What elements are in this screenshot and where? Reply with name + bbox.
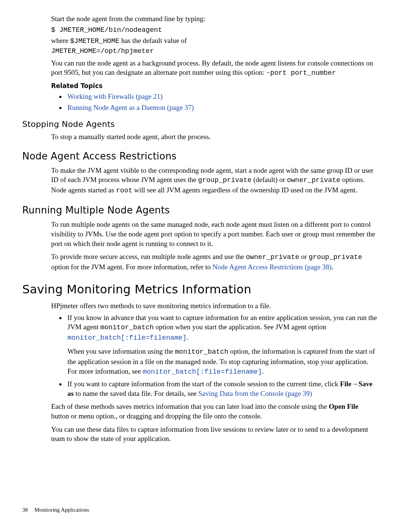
text: . bbox=[187, 333, 189, 341]
arrow-icon: → bbox=[351, 380, 359, 388]
inline-code: root bbox=[116, 187, 132, 195]
inline-code: monitor_batch bbox=[100, 324, 154, 331]
list-item: Running Node Agent as a Daemon (page 37) bbox=[66, 103, 378, 112]
text: To provide more secure access, run multi… bbox=[51, 253, 246, 260]
paragraph: You can use these data files to capture … bbox=[51, 425, 378, 444]
paragraph: where $JMETER_HOME has the default value… bbox=[51, 36, 378, 46]
list-item: Working with Firewalls (page 21) bbox=[66, 92, 378, 101]
inline-code: owner_private bbox=[287, 176, 340, 184]
text: option for the JVM agent. For more infor… bbox=[51, 263, 213, 271]
text: If you want to capture information from … bbox=[67, 380, 340, 388]
link-firewalls[interactable]: Working with Firewalls (page 21) bbox=[67, 92, 163, 100]
inline-code: group_private bbox=[198, 176, 251, 184]
text: (default) or bbox=[251, 176, 287, 183]
code-line: JMETER_HOME=/opt/hpjmeter bbox=[51, 47, 378, 56]
paragraph: When you save information using the moni… bbox=[67, 347, 378, 377]
ui-label-file: File bbox=[340, 380, 351, 388]
paragraph: To stop a manually started node agent, a… bbox=[51, 132, 378, 142]
link-saving-data-console[interactable]: Saving Data from the Console (page 39) bbox=[199, 390, 312, 397]
page-footer: 38Monitoring Applications bbox=[22, 506, 89, 514]
paragraph: To run multiple node agents on the same … bbox=[51, 220, 378, 248]
text: where bbox=[51, 37, 70, 44]
paragraph: Start the node agent from the command li… bbox=[51, 14, 378, 24]
heading-access-restrictions: Node Agent Access Restrictions bbox=[22, 150, 378, 163]
paragraph: HPjmeter offers two methods to save moni… bbox=[51, 301, 378, 311]
related-topics-heading: Related Topics bbox=[51, 82, 378, 90]
text: or bbox=[299, 253, 309, 260]
link-access-restrictions[interactable]: Node Agent Access Restrictions (page 38) bbox=[213, 263, 331, 271]
inline-code: group_private bbox=[309, 253, 362, 261]
ui-label-open-file: Open File bbox=[329, 403, 359, 410]
paragraph: To make the JVM agent visible to the cor… bbox=[51, 166, 378, 196]
paragraph: To provide more secure access, run multi… bbox=[51, 252, 378, 272]
paragraph: You can run the node agent as a backgrou… bbox=[51, 58, 378, 78]
text: When you save information using the bbox=[67, 347, 175, 355]
text: will see all JVM agents regardless of th… bbox=[133, 186, 357, 194]
heading-stopping-node-agents: Stopping Node Agents bbox=[22, 119, 378, 130]
text: has the default value of bbox=[119, 37, 187, 44]
paragraph: Each of these methods saves metrics info… bbox=[51, 402, 378, 421]
page-number: 38 bbox=[22, 507, 28, 513]
text: Each of these methods saves metrics info… bbox=[51, 403, 329, 410]
list-item: If you want to capture information from … bbox=[66, 379, 378, 398]
list-item: If you know in advance that you want to … bbox=[66, 313, 378, 377]
paragraph: If you know in advance that you want to … bbox=[67, 313, 378, 343]
paragraph: If you want to capture information from … bbox=[67, 379, 378, 398]
heading-multiple-node-agents: Running Multiple Node Agents bbox=[22, 204, 378, 217]
text: to name the saved data file. For details… bbox=[74, 390, 199, 397]
link-monitor-batch-2[interactable]: monitor_batch[:file=filename] bbox=[143, 368, 262, 376]
related-topics-list: Working with Firewalls (page 21) Running… bbox=[51, 92, 378, 112]
inline-code: $JMETER_HOME bbox=[70, 37, 119, 45]
heading-saving-metrics: Saving Monitoring Metrics Information bbox=[22, 282, 378, 297]
text: option when you start the application. S… bbox=[154, 323, 326, 331]
inline-code: owner_private bbox=[246, 253, 299, 261]
link-monitor-batch-1[interactable]: monitor_batch[:file=filename] bbox=[67, 334, 187, 342]
text: . bbox=[331, 263, 333, 271]
footer-title: Monitoring Applications bbox=[34, 507, 89, 513]
inline-code: monitor_batch bbox=[175, 348, 228, 356]
inline-code: -port port_number bbox=[266, 69, 336, 77]
saving-methods-list: If you know in advance that you want to … bbox=[51, 313, 378, 398]
code-line: $ JMETER_HOME/bin/nodeagent bbox=[51, 26, 378, 35]
text: . bbox=[262, 367, 264, 375]
link-daemon[interactable]: Running Node Agent as a Daemon (page 37) bbox=[67, 104, 194, 111]
text: button or menu option., or dragging and … bbox=[51, 412, 262, 420]
